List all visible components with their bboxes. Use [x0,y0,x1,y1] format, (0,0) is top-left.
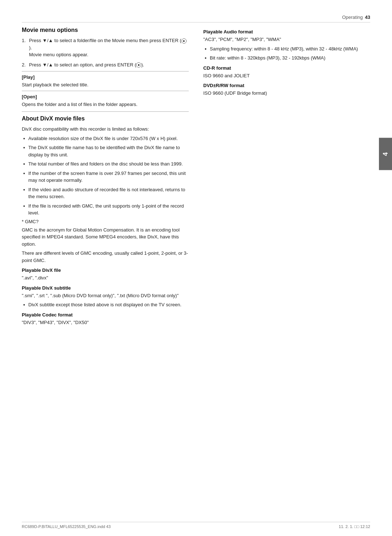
page-header: Operating 43 [22,15,370,22]
movie-menu-steps: 1. Press ▼/▲ to select a folder/file on … [22,37,189,68]
right-column: Playable Audio format "AC3", "PCM", "MP2… [203,25,370,328]
divx-bullets: Available resolution size of the DivX fi… [22,135,189,217]
page-container: Operating 43 4 Operating Movie menu opti… [0,0,392,536]
playable-codec-label: Playable Codec format [22,312,189,318]
gmc-paragraph-1: GMC is the acronym for Global Motion Com… [22,226,189,248]
play-section: [Play] Start playback the selected title… [22,71,189,89]
open-description: Opens the folder and a list of files in … [22,101,189,108]
header-page-number: 43 [365,15,370,20]
cd-r-format-value: ISO 9660 and JOLIET [203,72,370,79]
dvd-rw-format-label: DVD±R/RW format [203,83,370,88]
header-section-label: Operating [342,15,363,20]
audio-bullet-1: Sampling frequency: within 8 - 48 kHz (M… [203,45,370,53]
chapter-side-tab: 4 Operating [379,138,392,170]
gmc-paragraph-2: There are different levels of GMC encodi… [22,250,189,264]
playable-codec-value: "DIV3", "MP43", "DIVX", "DX50" [22,319,189,326]
page-footer: RC689D-P.BITALLU_MFL65225535_ENG.indd 43… [22,522,370,529]
dvd-rw-format-value: ISO 9660 (UDF Bridge format) [203,90,370,97]
open-section: [Open] Opens the folder and a list of fi… [22,91,189,108]
divx-intro: DivX disc compatibility with this record… [22,126,189,133]
playable-audio-label: Playable Audio format [203,29,370,34]
section-divider [22,111,189,112]
playable-divx-subtitle-label: Playable DivX subtitle [22,285,189,291]
play-description: Start playback the selected title. [22,81,189,89]
enter-symbol-1: ● [181,38,187,44]
playable-divx-subtitle-value: ".smi", ".srt ", ".sub (Micro DVD format… [22,292,189,299]
divx-bullet-3: The total number of files and folders on… [22,160,189,168]
divx-bullet-4: If the number of the screen frame is ove… [22,170,189,184]
play-label: [Play] [22,74,189,80]
open-label: [Open] [22,94,189,99]
audio-bullet-2: Bit rate: within 8 - 320kbps (MP3), 32 -… [203,54,370,62]
divx-bullet-5: If the video and audio structure of reco… [22,186,189,200]
playable-audio-value: "AC3", "PCM", "MP2", "MP3", "WMA" [203,36,370,43]
playable-divx-file-value: ".avi", ".divx" [22,274,189,282]
divx-subtitle-note-1: DivX subtitle except those listed above … [22,301,189,308]
divx-bullet-2: The DivX subtitle file name has to be id… [22,144,189,158]
cd-r-format-label: CD-R format [203,65,370,71]
divx-subtitle-note-bullets: DivX subtitle except those listed above … [22,301,189,308]
movie-menu-title: Movie menu options [22,27,189,33]
playable-divx-file-label: Playable DivX file [22,267,189,273]
main-content: Movie menu options 1. Press ▼/▲ to selec… [22,25,370,328]
footer-filename: RC689D-P.BITALLU_MFL65225535_ENG.indd 43 [22,524,111,529]
about-divx-title: About DivX movie files [22,115,189,122]
enter-symbol-2: ● [136,62,141,67]
step-2: 2. Press ▼/▲ to select an option, and pr… [22,61,189,69]
audio-bullets: Sampling frequency: within 8 - 48 kHz (M… [203,45,370,62]
footer-datetime: 11. 2. 1. □□ 12:12 [339,524,370,529]
step-1: 1. Press ▼/▲ to select a folder/file on … [22,37,189,58]
divx-bullet-1: Available resolution size of the DivX fi… [22,135,189,142]
divx-bullet-6: If the file is recorded with GMC, the un… [22,202,189,217]
gmc-star: * GMC? [22,219,189,224]
left-column: Movie menu options 1. Press ▼/▲ to selec… [22,25,189,328]
side-tab-number: 4 [382,152,389,156]
